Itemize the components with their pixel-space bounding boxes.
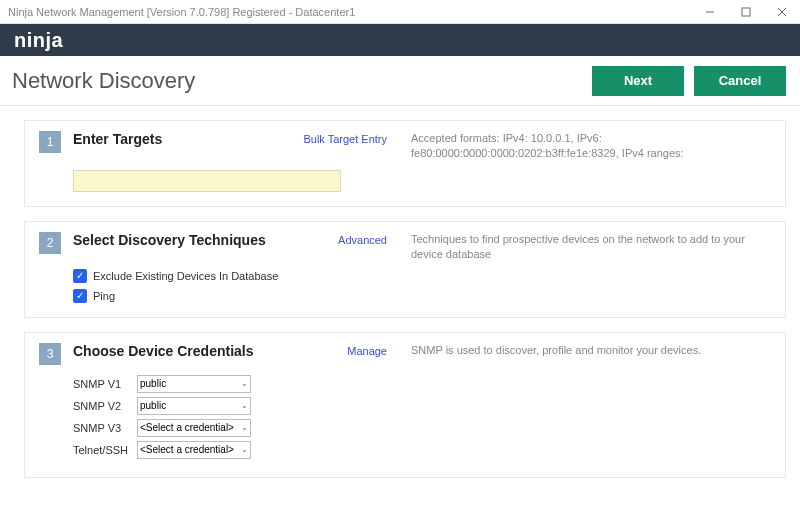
cred-row-snmpv3: SNMP V3 <Select a credential> ⌄ — [73, 419, 771, 437]
panel-enter-targets: 1 Enter Targets Bulk Target Entry Accept… — [24, 120, 786, 207]
targets-input[interactable] — [73, 170, 341, 192]
page-title: Network Discovery — [12, 68, 195, 94]
chevron-down-icon: ⌄ — [241, 423, 248, 432]
snmpv3-value: <Select a credential> — [140, 422, 234, 433]
check-icon: ✓ — [76, 291, 84, 301]
snmpv1-value: public — [140, 378, 166, 389]
exclude-existing-checkbox[interactable]: ✓ — [73, 269, 87, 283]
cred-row-snmpv2: SNMP V2 public ⌄ — [73, 397, 771, 415]
manage-link[interactable]: Manage — [347, 345, 387, 357]
ping-checkbox[interactable]: ✓ — [73, 289, 87, 303]
brand-bar: ninja — [0, 24, 800, 56]
exclude-existing-label: Exclude Existing Devices In Database — [93, 270, 278, 282]
step-number-2: 2 — [39, 232, 61, 254]
step-number-1: 1 — [39, 131, 61, 153]
snmpv2-value: public — [140, 400, 166, 411]
panel-desc-techniques: Techniques to find prospective devices o… — [411, 232, 771, 263]
ping-label: Ping — [93, 290, 115, 302]
snmpv1-label: SNMP V1 — [73, 378, 137, 390]
brand-logo: ninja — [14, 29, 63, 52]
snmpv3-select[interactable]: <Select a credential> ⌄ — [137, 419, 251, 437]
checkbox-row-ping: ✓ Ping — [73, 289, 771, 303]
window-title: Ninja Network Management [Version 7.0.79… — [8, 6, 355, 18]
content-area: 1 Enter Targets Bulk Target Entry Accept… — [0, 106, 800, 478]
window-controls — [692, 0, 800, 24]
chevron-down-icon: ⌄ — [241, 401, 248, 410]
window-titlebar: Ninja Network Management [Version 7.0.79… — [0, 0, 800, 24]
header-buttons: Next Cancel — [592, 66, 786, 96]
checkbox-row-exclude: ✓ Exclude Existing Devices In Database — [73, 269, 771, 283]
chevron-down-icon: ⌄ — [241, 379, 248, 388]
panel-title-techniques: Select Discovery Techniques — [73, 232, 266, 248]
advanced-link[interactable]: Advanced — [338, 234, 387, 246]
step-number-3: 3 — [39, 343, 61, 365]
check-icon: ✓ — [76, 271, 84, 281]
minimize-button[interactable] — [692, 0, 728, 24]
svg-rect-1 — [742, 8, 750, 16]
telnet-ssh-value: <Select a credential> — [140, 444, 234, 455]
panel-discovery-techniques: 2 Select Discovery Techniques Advanced T… — [24, 221, 786, 318]
snmpv3-label: SNMP V3 — [73, 422, 137, 434]
panel-desc-credentials: SNMP is used to discover, profile and mo… — [411, 343, 771, 358]
page-header: Network Discovery Next Cancel — [0, 56, 800, 106]
next-button[interactable]: Next — [592, 66, 684, 96]
bulk-target-entry-link[interactable]: Bulk Target Entry — [303, 133, 387, 145]
cred-row-telnet-ssh: Telnet/SSH <Select a credential> ⌄ — [73, 441, 771, 459]
panel-title-targets: Enter Targets — [73, 131, 162, 147]
snmpv1-select[interactable]: public ⌄ — [137, 375, 251, 393]
telnet-ssh-select[interactable]: <Select a credential> ⌄ — [137, 441, 251, 459]
panel-title-credentials: Choose Device Credentials — [73, 343, 254, 359]
snmpv2-label: SNMP V2 — [73, 400, 137, 412]
cred-row-snmpv1: SNMP V1 public ⌄ — [73, 375, 771, 393]
telnet-ssh-label: Telnet/SSH — [73, 444, 137, 456]
panel-device-credentials: 3 Choose Device Credentials Manage SNMP … — [24, 332, 786, 478]
maximize-button[interactable] — [728, 0, 764, 24]
snmpv2-select[interactable]: public ⌄ — [137, 397, 251, 415]
cancel-button[interactable]: Cancel — [694, 66, 786, 96]
panel-desc-targets: Accepted formats: IPv4: 10.0.0.1, IPv6: … — [411, 131, 771, 162]
chevron-down-icon: ⌄ — [241, 445, 248, 454]
close-button[interactable] — [764, 0, 800, 24]
